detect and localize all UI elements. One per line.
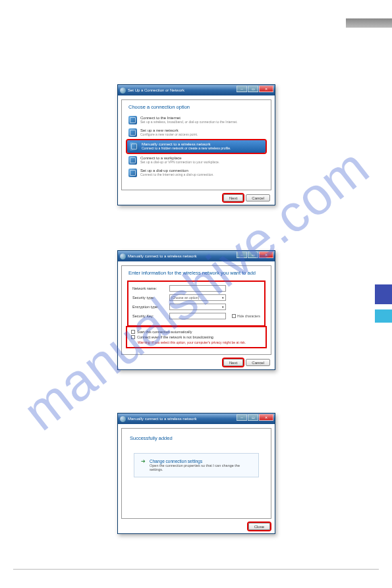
dialog-enter-wireless-info: Manually connect to a wireless network ─…	[117, 250, 275, 370]
phone-icon	[128, 169, 137, 177]
option-connect-internet[interactable]: Connect to the Internet Set up a wireles…	[122, 114, 271, 126]
option-sub: Set up a wireless, broadband, or dial-up…	[140, 120, 238, 124]
minimize-button[interactable]: ─	[237, 86, 247, 92]
connection-options: Start this connection automatically Conn…	[127, 327, 266, 347]
option-sub: Set up a dial-up or VPN connection to yo…	[140, 160, 219, 164]
option-dialup[interactable]: Set up a dial-up connection Connect to t…	[122, 167, 271, 179]
network-globe-icon	[120, 88, 126, 94]
label-broadcast: Connect even if the network is not broad…	[137, 335, 213, 339]
auto-connect-checkbox[interactable]	[131, 330, 135, 334]
warning-text: Warning: If you select this option, your…	[138, 340, 262, 344]
dialog-successfully-added: Manually connect to a wireless network ─…	[117, 413, 275, 534]
footer-rule	[13, 569, 379, 570]
titlebar[interactable]: Set Up a Connection or Network ─ ▭ ✕	[118, 85, 275, 95]
panel-heading: Choose a connection option	[122, 100, 271, 114]
content-panel: Choose a connection option Connect to th…	[121, 99, 271, 190]
option-connect-workplace[interactable]: Connect to a workplace Set up a dial-up …	[122, 154, 271, 167]
change-settings-link[interactable]: ➔ Change connection settings Open the co…	[134, 453, 259, 477]
next-button[interactable]: Next	[223, 359, 243, 366]
close-button[interactable]: Close	[248, 523, 270, 530]
next-button[interactable]: Next	[223, 194, 243, 201]
label-security-key: Security Key:	[132, 314, 169, 318]
titlebar[interactable]: Manually connect to a wireless network ─…	[118, 414, 275, 424]
security-type-select[interactable]: [Choose an option] ▾	[169, 294, 226, 301]
close-button[interactable]: ✕	[259, 414, 273, 421]
link-title: Change connection settings	[150, 459, 252, 464]
label-auto-connect: Start this connection automatically	[137, 330, 192, 334]
minimize-button[interactable]: ─	[237, 252, 247, 258]
side-tab-blue	[375, 284, 392, 304]
link-sub: Open the connection properties so that I…	[150, 464, 252, 471]
label-encryption-type: Encryption type:	[132, 305, 169, 309]
network-globe-icon	[120, 254, 126, 259]
monitor-icon	[130, 142, 138, 151]
option-sub: Connect to a hidden network or create a …	[142, 146, 231, 150]
cancel-button[interactable]: Cancel	[246, 194, 270, 201]
network-form: Network name: Security type: [Choose an …	[128, 282, 264, 325]
maximize-button[interactable]: ▭	[248, 252, 258, 258]
page-header-tab	[346, 18, 392, 28]
building-icon	[128, 156, 137, 165]
window-title: Manually connect to a wireless network	[128, 254, 196, 258]
close-button[interactable]: ✕	[259, 252, 273, 258]
option-sub: Configure a new router or access point.	[140, 132, 198, 136]
network-name-input[interactable]	[169, 285, 226, 292]
router-icon	[128, 128, 137, 137]
content-panel: Enter information for the wireless netwo…	[121, 265, 271, 355]
chevron-down-icon: ▾	[222, 296, 224, 300]
maximize-button[interactable]: ▭	[248, 86, 258, 92]
hide-characters-checkbox[interactable]	[232, 314, 236, 318]
success-heading: Successfully added	[122, 429, 271, 448]
maximize-button[interactable]: ▭	[248, 414, 258, 421]
option-sub: Connect to the Internet using a dial-up …	[140, 173, 214, 176]
window-title: Set Up a Connection or Network	[128, 88, 184, 92]
select-placeholder: [Choose an option]	[171, 296, 199, 300]
cancel-button[interactable]: Cancel	[246, 359, 270, 366]
globe-icon	[128, 116, 137, 124]
window-title: Manually connect to a wireless network	[128, 417, 196, 421]
close-button[interactable]: ✕	[259, 86, 273, 92]
arrow-right-icon: ➔	[141, 459, 146, 464]
label-security-type: Security type:	[132, 296, 169, 300]
option-manual-wireless[interactable]: Manually connect to a wireless network C…	[127, 140, 266, 153]
titlebar[interactable]: Manually connect to a wireless network ─…	[118, 251, 275, 261]
security-key-input[interactable]	[169, 313, 226, 319]
network-globe-icon	[120, 416, 126, 422]
chevron-down-icon: ▾	[222, 305, 224, 309]
broadcast-checkbox[interactable]	[131, 335, 135, 339]
label-network-name: Network name:	[132, 286, 169, 290]
side-tab-cyan	[375, 309, 392, 323]
encryption-type-select[interactable]: ▾	[169, 304, 226, 310]
label-hide-characters: Hide characters	[237, 314, 260, 318]
panel-heading: Enter information for the wireless netwo…	[122, 266, 271, 280]
dialog-choose-connection: Set Up a Connection or Network ─ ▭ ✕ Cho…	[117, 84, 275, 205]
option-setup-network[interactable]: Set up a new network Configure a new rou…	[122, 126, 271, 139]
minimize-button[interactable]: ─	[237, 414, 247, 421]
content-panel: Successfully added ➔ Change connection s…	[121, 428, 271, 519]
